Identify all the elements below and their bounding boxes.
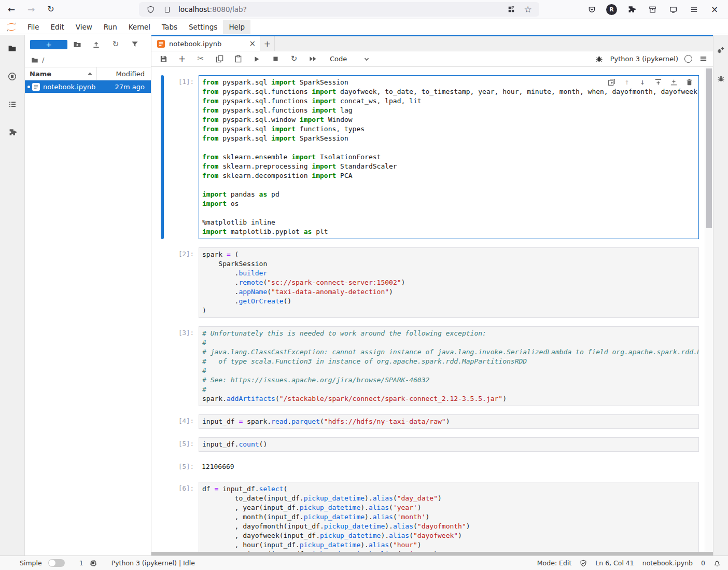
notification-count[interactable]: 0 xyxy=(701,559,705,567)
output-area[interactable]: [5]:12106669 xyxy=(161,460,705,474)
filter-button[interactable] xyxy=(125,40,145,49)
new-tab-button[interactable]: + xyxy=(260,36,275,51)
copy-cells-button[interactable] xyxy=(215,54,224,64)
insert-cell-below-button[interactable] xyxy=(669,78,678,86)
restart-kernel-button[interactable]: ↻ xyxy=(289,54,299,64)
interrupt-kernel-button[interactable] xyxy=(271,54,280,64)
cell-editor[interactable]: from pyspark.sql import SparkSessionfrom… xyxy=(199,75,699,239)
insert-cell-below-button[interactable]: + xyxy=(177,54,187,64)
paste-cells-button[interactable] xyxy=(233,54,243,64)
mode-indicator[interactable]: Mode: Edit xyxy=(537,559,571,567)
menu-tabs[interactable]: Tabs xyxy=(156,20,183,34)
forward-button-icon[interactable]: → xyxy=(25,3,37,16)
debugger-bug-icon[interactable] xyxy=(595,54,604,64)
new-launcher-button[interactable]: + xyxy=(30,40,67,49)
vertical-scrollbar[interactable] xyxy=(705,67,713,552)
archive-icon[interactable] xyxy=(646,3,659,16)
breadcrumb-root[interactable]: / xyxy=(42,56,44,64)
run-cell-button[interactable] xyxy=(252,54,261,64)
back-button-icon[interactable]: ← xyxy=(5,3,18,16)
tab-extensions[interactable] xyxy=(7,127,18,137)
column-header-modified[interactable]: Modified xyxy=(96,67,151,80)
bookmark-star-icon[interactable]: ☆ xyxy=(522,3,534,16)
menu-items: FileEditViewRunKernelTabsSettingsHelp xyxy=(22,20,250,34)
menu-kernel[interactable]: Kernel xyxy=(123,20,156,34)
site-info-page-icon[interactable] xyxy=(161,3,173,16)
account-avatar[interactable]: R xyxy=(606,4,617,15)
menu-help[interactable]: Help xyxy=(223,20,250,34)
unsaved-indicator xyxy=(27,86,30,88)
new-folder-button[interactable] xyxy=(67,40,87,49)
cell-input-prompt: [6]: xyxy=(164,482,199,552)
code-cell[interactable]: [2]:spark = ( SparkSession .builder .rem… xyxy=(161,247,705,318)
simple-mode-label: Simple xyxy=(20,559,42,567)
move-cell-up-button[interactable]: ↑ xyxy=(623,78,631,86)
save-button[interactable] xyxy=(159,54,168,64)
notebook-toolbar-icons: +✂↻ xyxy=(159,54,317,64)
file-browser: + ↻ / Name Modified notebook.ipynb27m ag… xyxy=(25,35,151,555)
toolbar-menu-icon[interactable] xyxy=(698,54,708,64)
cell-editor[interactable]: spark = ( SparkSession .builder .remote(… xyxy=(199,247,699,318)
menu-edit[interactable]: Edit xyxy=(45,20,70,34)
vertical-scrollbar-thumb[interactable] xyxy=(706,68,712,228)
code-cell[interactable]: [3]:# Unfortunately this is needed to wo… xyxy=(161,326,705,406)
code-cell[interactable]: [4]:input_df = spark.read.parquet("hdfs:… xyxy=(161,414,705,429)
pocket-icon[interactable] xyxy=(585,3,598,16)
extensions-icon[interactable] xyxy=(625,3,638,16)
reload-button-icon[interactable]: ↻ xyxy=(45,3,57,16)
breadcrumb[interactable]: / xyxy=(25,52,151,67)
kernel-name[interactable]: Python 3 (ipykernel) xyxy=(610,55,678,63)
cell-editor[interactable]: input_df = spark.read.parquet("hdfs://hd… xyxy=(199,414,699,429)
horizontal-scrollbar[interactable] xyxy=(151,552,713,555)
code-cell[interactable]: [1]:from pyspark.sql import SparkSession… xyxy=(161,75,705,239)
tab-title: notebook.ipynb xyxy=(169,40,245,48)
menu-view[interactable]: View xyxy=(70,20,98,34)
cursor-position[interactable]: Ln 6, Col 41 xyxy=(595,559,634,567)
cell-editor[interactable]: input_df.count() xyxy=(199,437,699,452)
column-header-name[interactable]: Name xyxy=(25,70,96,78)
kernel-status-text[interactable]: Python 3 (ipykernel) | Idle xyxy=(111,559,195,567)
kernel-status-icon[interactable] xyxy=(684,55,692,63)
display-icon[interactable] xyxy=(667,3,679,16)
simple-mode-toggle[interactable] xyxy=(48,559,65,567)
tab-table-of-contents[interactable] xyxy=(7,99,18,109)
cell-type-dropdown[interactable]: Code xyxy=(330,55,370,63)
tab-notebook[interactable]: notebook.ipynb × xyxy=(151,36,260,51)
move-cell-down-button[interactable]: ↓ xyxy=(638,78,647,86)
jupyter-logo-icon xyxy=(5,21,18,33)
dock-panel: notebook.ipynb × + +✂↻ Code Python 3 (ip… xyxy=(151,35,713,555)
tab-property-inspector[interactable] xyxy=(716,45,726,55)
url-bar[interactable]: localhost:8080/lab? ☆ xyxy=(139,2,539,17)
containers-grid-icon[interactable] xyxy=(505,3,517,16)
app-menu-icon[interactable] xyxy=(688,3,700,16)
menu-settings[interactable]: Settings xyxy=(183,20,223,34)
menu-run[interactable]: Run xyxy=(98,20,123,34)
terminals-count[interactable]: 1 xyxy=(79,559,83,567)
bell-icon[interactable] xyxy=(713,560,721,567)
file-row[interactable]: notebook.ipynb27m ago xyxy=(25,80,151,93)
tab-file-browser[interactable] xyxy=(7,43,18,53)
tab-running-sessions[interactable] xyxy=(7,71,18,81)
code-cell[interactable]: [6]:df = input_df.select( to_date(input_… xyxy=(161,482,705,552)
code-cell[interactable]: [5]:input_df.count() xyxy=(161,437,705,452)
tab-debugger[interactable] xyxy=(716,73,726,84)
close-icon[interactable]: × xyxy=(708,3,721,16)
cell-editor[interactable]: df = input_df.select( to_date(input_df.p… xyxy=(199,482,699,552)
trusted-shield-icon[interactable] xyxy=(580,560,587,567)
upload-button[interactable] xyxy=(87,40,106,49)
insert-cell-above-button[interactable] xyxy=(654,78,662,86)
tab-close-icon[interactable]: × xyxy=(249,39,256,48)
file-modified: 27m ago xyxy=(115,83,151,91)
notebook-toolbar: +✂↻ Code Python 3 (ipykernel) xyxy=(151,51,713,67)
delete-cell-button[interactable] xyxy=(685,78,693,86)
refresh-button[interactable]: ↻ xyxy=(106,40,125,49)
cell-editor[interactable]: # Unfortunately this is needed to work a… xyxy=(199,326,699,406)
menu-file[interactable]: File xyxy=(22,20,45,34)
restart-run-all-button[interactable] xyxy=(308,54,317,64)
kernel-sessions-chip-icon[interactable] xyxy=(90,560,97,567)
tracking-protection-shield-icon[interactable] xyxy=(144,3,157,16)
screen: ←→↻ localhost:8080/lab? ☆ R× FileEditVie… xyxy=(0,0,728,570)
duplicate-cell-button[interactable] xyxy=(607,78,615,86)
cut-cells-button[interactable]: ✂ xyxy=(196,54,205,64)
browser-nav-icons: ←→↻ xyxy=(5,3,57,16)
